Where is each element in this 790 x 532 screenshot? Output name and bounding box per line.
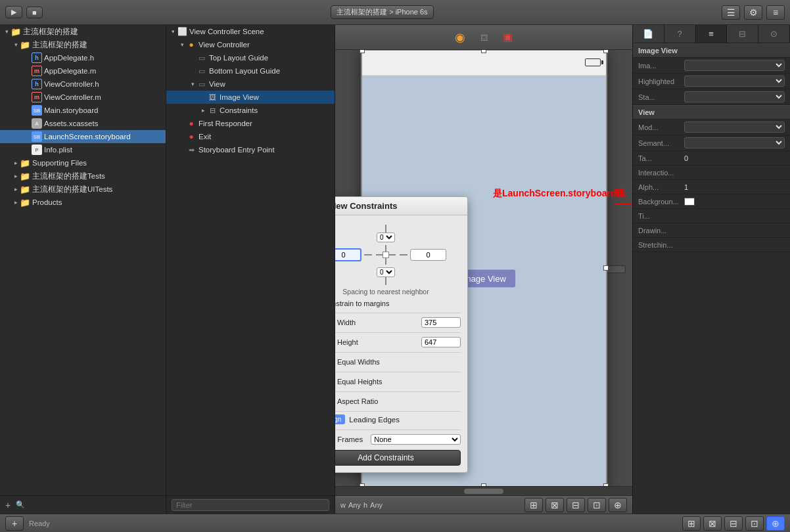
add-constraints-button[interactable]: Add Constraints xyxy=(335,450,461,466)
sidebar-item-supporting[interactable]: 📁 Supporting Files xyxy=(0,156,166,169)
sidebar-label-root: 主流框架的搭建 xyxy=(23,27,78,37)
sidebar-item-main-group[interactable]: 📁 主流框架的搭建 xyxy=(0,38,166,51)
bottom-icon-4[interactable]: ⊡ xyxy=(745,516,764,531)
navigator-toggle[interactable]: ☰ xyxy=(722,5,740,20)
scene-item-storyboard-entry[interactable]: ➡ Storyboard Entry Point xyxy=(166,143,335,156)
canvas-content[interactable]: Image View ▶ 是LaunchScreen.storyboard哦 xyxy=(335,50,632,486)
stop-button[interactable]: ■ xyxy=(26,7,43,18)
sidebar-item-uitests[interactable]: 📁 主流框架的搭建UITests xyxy=(0,183,166,196)
top-layout-icon: ▭ xyxy=(197,53,207,63)
background-color-swatch[interactable] xyxy=(684,198,695,206)
scene-label-vc: View Controller xyxy=(198,41,250,49)
update-frames-select[interactable]: None xyxy=(371,434,461,445)
middle-spacer-row xyxy=(335,245,461,265)
prop-stretching: Stretchin... xyxy=(633,238,790,252)
bottom-add-btn[interactable]: + xyxy=(5,516,24,531)
sidebar-item-main-storyboard[interactable]: SB Main.storyboard xyxy=(0,104,166,117)
scene-label-view: View xyxy=(209,80,225,88)
pin-btn[interactable]: ⊠ xyxy=(546,498,564,512)
scene-item-root[interactable]: ⬜ View Controller Scene xyxy=(166,25,335,38)
sidebar-item-appdelegate-m[interactable]: m AppDelegate.m xyxy=(0,64,166,78)
tab-connections[interactable]: ⊙ xyxy=(758,25,790,43)
scene-list: ⬜ View Controller Scene ● View Controlle… xyxy=(166,25,335,514)
inspector-toggle[interactable]: ≡ xyxy=(766,5,785,20)
sidebar-item-root-group[interactable]: 📁 主流框架的搭建 xyxy=(0,25,166,38)
tab-file[interactable]: 📄 xyxy=(633,25,664,43)
handle-tl xyxy=(360,50,365,53)
sidebar-label-info-plist: Info.plist xyxy=(44,146,72,154)
sidebar-label-supporting: Supporting Files xyxy=(32,159,87,167)
sidebar-item-launchscreen[interactable]: SB LaunchScreen.storyboard xyxy=(0,130,166,143)
scene-item-viewcontroller[interactable]: ● View Controller xyxy=(166,38,335,51)
prop-mode-select[interactable] xyxy=(684,122,785,133)
align-button[interactable]: Align xyxy=(335,414,345,424)
sidebar-item-viewcontroller-h[interactable]: h ViewController.h xyxy=(0,78,166,91)
scene-filter-input[interactable] xyxy=(172,499,329,511)
align-btn[interactable]: ⊞ xyxy=(524,498,543,512)
prop-semantic-select[interactable] xyxy=(684,137,785,148)
canvas-icon-btn-1[interactable]: ◉ xyxy=(451,30,469,45)
scene-item-constraints[interactable]: ⊟ Constraints xyxy=(166,104,335,117)
m-icon2: m xyxy=(32,92,42,102)
prop-state-select[interactable] xyxy=(684,91,785,102)
sidebar-item-tests[interactable]: 📁 主流框架的搭建Tests xyxy=(0,169,166,183)
sidebar-item-assets[interactable]: A Assets.xcassets xyxy=(0,117,166,130)
canvas-bottom-bar: w Any h Any ⊞ ⊠ ⊟ ⊡ ⊕ xyxy=(335,495,632,514)
canvas-icon-btn-2[interactable]: ⧈ xyxy=(475,30,493,45)
resolve-btn[interactable]: ⊟ xyxy=(567,498,585,512)
scene-label-constraints: Constraints xyxy=(220,106,258,114)
bottom-icon-3[interactable]: ⊟ xyxy=(724,516,743,531)
embed-btn[interactable]: ⊕ xyxy=(609,498,627,512)
height-input[interactable] xyxy=(421,337,461,347)
prop-highlighted-select[interactable] xyxy=(684,76,785,87)
scene-item-exit[interactable]: ● Exit xyxy=(166,130,335,143)
leading-edges-label: Leading Edges xyxy=(349,416,400,424)
scheme-selector[interactable]: 主流框架的搭建 > iPhone 6s xyxy=(331,5,433,19)
scene-item-top-layout[interactable]: ▭ Top Layout Guide xyxy=(166,51,335,64)
prop-tag: Ta... 0 xyxy=(633,151,790,166)
tab-quick-help[interactable]: ? xyxy=(664,25,696,43)
canvas-icon-btn-3[interactable]: ▣ xyxy=(498,30,517,45)
sidebar-label-assets: Assets.xcassets xyxy=(44,120,98,127)
constrain-margins-row: Constrain to margins xyxy=(335,297,461,310)
debug-toggle[interactable]: ⚙ xyxy=(744,5,762,20)
spacing-label: Spacing to nearest neighbor xyxy=(335,288,461,296)
bottom-icon-1[interactable]: ⊞ xyxy=(682,516,701,531)
bottom-icon-5[interactable]: ⊕ xyxy=(766,516,785,531)
scrollbar-thumb[interactable] xyxy=(464,489,503,494)
arrow-tests xyxy=(12,172,20,180)
tab-size[interactable]: ⊟ xyxy=(727,25,758,43)
resize-btn[interactable]: ⊡ xyxy=(588,498,606,512)
prop-tag-label: Ta... xyxy=(638,154,684,162)
constraint-panel-body: 0 xyxy=(335,215,467,472)
sidebar-label-launchscreen: LaunchScreen.storyboard xyxy=(44,133,131,141)
scene-item-image-view[interactable]: 🖼 Image View xyxy=(166,91,335,104)
sidebar-item-products[interactable]: 📁 Products xyxy=(0,196,166,209)
scene-item-first-responder[interactable]: ● First Responder xyxy=(166,117,335,130)
left-value-input[interactable] xyxy=(335,248,361,261)
scene-item-view[interactable]: ▭ View xyxy=(166,78,335,91)
sidebar-item-appdelegate-h[interactable]: h AppDelegate.h xyxy=(0,51,166,64)
scene-label-first-responder: First Responder xyxy=(198,120,252,127)
right-panel-content: Image View Ima... Highlighted Sta... Vie… xyxy=(633,43,790,514)
prop-drawing: Drawin... xyxy=(633,223,790,238)
assets-icon: A xyxy=(32,118,42,129)
add-file-icon[interactable]: + xyxy=(5,500,11,510)
top-value-select[interactable]: 0 xyxy=(377,233,395,242)
sidebar-item-viewcontroller-m[interactable]: m ViewController.m xyxy=(0,91,166,104)
size-h-label: h xyxy=(363,501,367,509)
bottom-icon-2[interactable]: ⊠ xyxy=(703,516,722,531)
width-input[interactable] xyxy=(421,317,461,328)
canvas-scrollbar[interactable] xyxy=(335,486,632,495)
image-view-icon: 🖼 xyxy=(207,92,218,102)
size-any-label: Any xyxy=(348,501,361,509)
prop-image-select[interactable] xyxy=(684,60,785,71)
tab-attributes[interactable]: ≡ xyxy=(696,25,728,43)
sidebar-label-viewcontroller-m: ViewController.m xyxy=(44,93,101,101)
scene-item-bottom-layout[interactable]: ▭ Bottom Layout Guide xyxy=(166,64,335,78)
right-value-input[interactable] xyxy=(410,249,446,261)
align-row: Align Leading Edges xyxy=(335,411,461,427)
sidebar-item-info-plist[interactable]: P Info.plist xyxy=(0,143,166,156)
run-button[interactable]: ▶ xyxy=(5,6,22,18)
bottom-value-select[interactable]: 0 xyxy=(377,267,395,277)
